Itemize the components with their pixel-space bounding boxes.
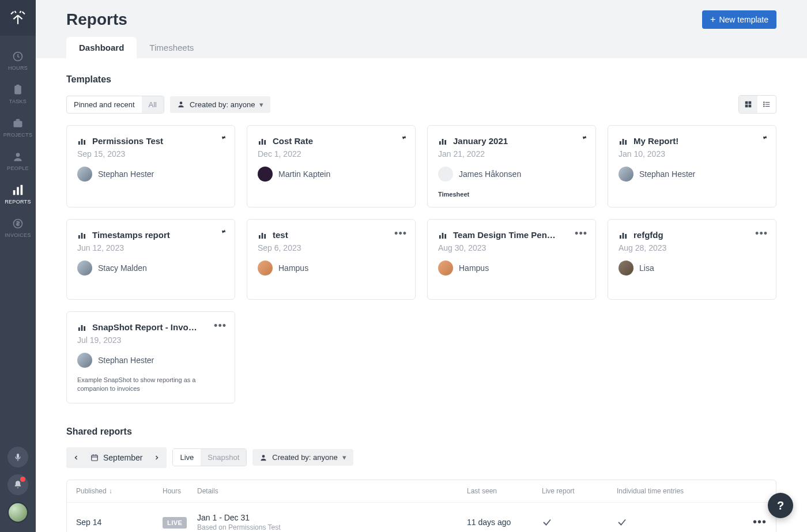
shared-reports-table: Published ↓ Hours Details Last seen Live… (66, 480, 776, 532)
svg-rect-18 (745, 101, 748, 104)
grid-icon (744, 100, 752, 108)
template-card[interactable]: Timestamps reportJun 12, 2023Stacy Malde… (66, 219, 235, 300)
calendar-icon (90, 454, 99, 462)
shared-filter-created-by[interactable]: Created by: anyone ▾ (252, 449, 353, 466)
person-icon (177, 100, 185, 108)
month-display[interactable]: September (85, 453, 148, 462)
nav-hours[interactable]: HOURS (0, 44, 36, 77)
bar-chart-icon (438, 231, 447, 240)
svg-line-3 (11, 12, 13, 14)
template-card[interactable]: •••testSep 6, 2023Hampus (247, 219, 416, 300)
live-snapshot-toggle: Live Snapshot (172, 448, 247, 466)
voice-button[interactable] (7, 447, 28, 467)
card-title: Permissions Test (92, 136, 163, 146)
cell-hours: LIVE (163, 518, 197, 527)
question-icon: ? (777, 499, 784, 512)
notifications-button[interactable] (7, 474, 28, 495)
col-details[interactable]: Details (197, 487, 467, 495)
template-card[interactable]: My Report!Jan 10, 2023Stephan Hester (608, 125, 776, 207)
filter-label: Created by: anyone (272, 453, 337, 462)
card-menu-button[interactable]: ••• (214, 320, 227, 332)
cell-time-entries (617, 517, 738, 527)
svg-rect-12 (13, 190, 16, 195)
template-card[interactable]: •••Team Design Time Pen…Aug 30, 2023Hamp… (427, 219, 596, 300)
cell-details: Jan 1 - Dec 31Based on Permissions Test (197, 513, 467, 531)
tab-timesheets[interactable]: Timesheets (137, 37, 206, 58)
card-title: My Report! (633, 136, 678, 146)
clipboard-check-icon (12, 84, 24, 96)
filter-created-by[interactable]: Created by: anyone ▾ (170, 96, 270, 113)
svg-rect-47 (442, 233, 444, 239)
shared-reports-heading: Shared reports (66, 427, 776, 437)
template-card[interactable]: •••SnapShot Report - Invo…Jul 19, 2023St… (66, 311, 235, 403)
card-menu-button[interactable]: ••• (755, 228, 768, 240)
nav-invoices[interactable]: INVOICES (0, 211, 36, 244)
templates-scope-toggle: Pinned and recent All (66, 96, 164, 114)
svg-rect-51 (625, 234, 627, 239)
nav-people[interactable]: PEOPLE (0, 144, 36, 178)
template-card[interactable]: •••refgfdgAug 28, 2023Lisa (608, 219, 776, 300)
author-name: Stacy Malden (98, 263, 147, 273)
help-button[interactable]: ? (768, 493, 793, 518)
svg-point-11 (16, 153, 20, 157)
pin-icon (580, 134, 587, 141)
svg-rect-55 (92, 455, 98, 461)
next-month-button[interactable] (148, 450, 165, 466)
author-name: Hampus (278, 263, 308, 273)
nav-label: TASKS (9, 99, 27, 104)
view-toggle (738, 95, 776, 114)
col-published[interactable]: Published ↓ (76, 487, 163, 495)
template-card[interactable]: January 2021Jan 21, 2022James HåkonsenTi… (427, 125, 596, 207)
new-template-button[interactable]: + New template (702, 10, 776, 29)
svg-point-59 (262, 455, 265, 458)
col-last-seen[interactable]: Last seen (467, 487, 542, 495)
template-card[interactable]: Permissions TestSep 15, 2023Stephan Hest… (66, 125, 235, 207)
svg-line-6 (20, 11, 21, 13)
row-menu-button[interactable]: ••• (738, 515, 767, 529)
svg-rect-8 (14, 86, 21, 95)
filter-all[interactable]: All (142, 96, 164, 113)
pin-icon (219, 228, 227, 235)
templates-heading: Templates (66, 74, 776, 85)
microphone-icon (13, 452, 22, 462)
bar-chart-icon (258, 137, 267, 146)
card-menu-button[interactable]: ••• (394, 228, 407, 240)
prev-month-button[interactable] (67, 450, 85, 466)
col-hours[interactable]: Hours (163, 487, 197, 495)
col-time-entries[interactable]: Individual time entries (617, 487, 738, 495)
template-card[interactable]: Cost RateDec 1, 2022Martin Kaptein (247, 125, 416, 207)
svg-line-5 (15, 11, 16, 13)
segment-live[interactable]: Live (173, 449, 201, 466)
cell-live-report (542, 517, 617, 527)
list-icon (763, 100, 771, 108)
svg-line-4 (22, 12, 25, 14)
tab-dashboard[interactable]: Dashboard (66, 37, 137, 58)
nav-label: HOURS (8, 65, 28, 71)
app-logo[interactable] (0, 0, 36, 36)
card-description: Example SnapShot to show reporting as a … (77, 376, 224, 394)
author-avatar (77, 167, 92, 182)
nav-reports[interactable]: REPORTS (0, 178, 36, 211)
nav-label: PROJECTS (3, 132, 32, 138)
live-badge: LIVE (163, 517, 187, 529)
nav-tasks[interactable]: TASKS (0, 77, 36, 111)
list-view-button[interactable] (757, 96, 776, 113)
grid-view-button[interactable] (739, 96, 757, 113)
bar-chart-icon (77, 323, 86, 332)
card-date: Jul 19, 2023 (77, 335, 224, 345)
user-avatar[interactable] (7, 502, 28, 523)
table-row[interactable]: Sep 14LIVEJan 1 - Dec 31Based on Permiss… (67, 503, 776, 532)
nav-projects[interactable]: PROJECTS (0, 111, 36, 144)
author-avatar (438, 167, 453, 182)
pin-icon (219, 134, 227, 141)
chevron-down-icon: ▾ (342, 453, 346, 462)
card-title: Timestamps report (92, 230, 170, 240)
filter-pinned-recent[interactable]: Pinned and recent (67, 96, 142, 113)
col-live-report[interactable]: Live report (542, 487, 617, 495)
author-avatar (258, 261, 273, 276)
card-menu-button[interactable]: ••• (575, 228, 587, 240)
card-date: Jan 10, 2023 (619, 149, 765, 159)
segment-snapshot[interactable]: Snapshot (201, 449, 246, 466)
cell-published: Sep 14 (76, 518, 163, 527)
author-avatar (258, 167, 273, 182)
